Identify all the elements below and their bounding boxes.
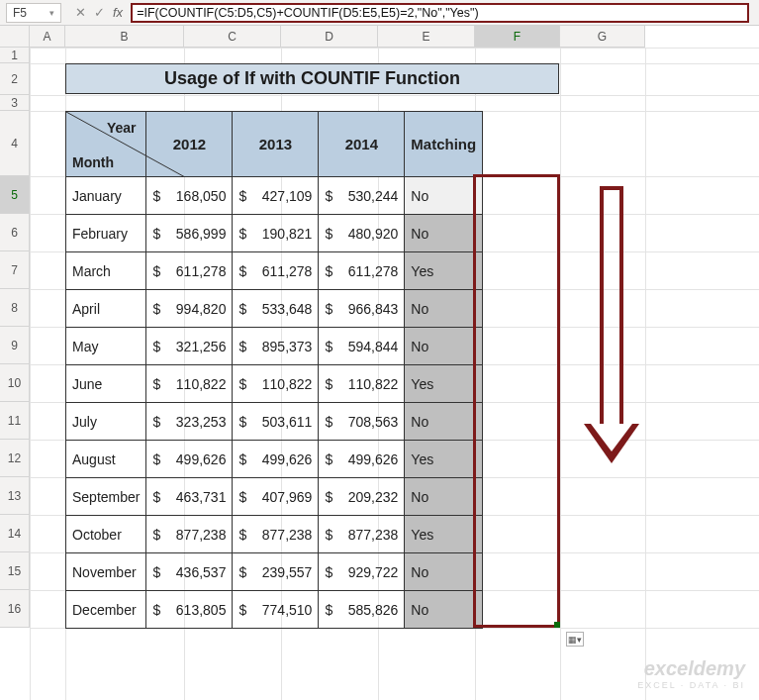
cell-matching[interactable]: Yes	[405, 516, 483, 553]
cell-matching[interactable]: Yes	[405, 252, 483, 290]
cell-value[interactable]: $ 966,843	[319, 290, 405, 328]
cell-value[interactable]: $ 436,537	[146, 553, 233, 591]
column-header-F[interactable]: F	[475, 26, 560, 48]
cell-value[interactable]: $ 407,969	[233, 478, 319, 516]
cell-value[interactable]: $ 323,253	[146, 403, 233, 441]
fx-icon[interactable]: fx	[113, 5, 123, 20]
cell-month[interactable]: January	[66, 177, 146, 215]
cell-value[interactable]: $ 190,821	[233, 215, 319, 252]
cell-value[interactable]: $ 585,826	[319, 591, 405, 629]
autofill-options-button[interactable]: ▦▾	[566, 632, 584, 647]
cell-matching[interactable]: No	[405, 478, 483, 516]
row-header-6[interactable]: 6	[0, 214, 30, 251]
cell-month[interactable]: December	[66, 591, 146, 629]
cell-value[interactable]: $ 611,278	[233, 252, 319, 290]
header-month-year: YearMonth	[66, 112, 146, 177]
select-all-corner[interactable]	[0, 26, 30, 48]
row-header-2[interactable]: 2	[0, 63, 30, 95]
row-header-5[interactable]: 5	[0, 176, 30, 214]
cell-value[interactable]: $ 594,844	[319, 328, 405, 365]
cell-value[interactable]: $ 480,920	[319, 215, 405, 252]
column-header-A[interactable]: A	[30, 26, 65, 48]
cancel-icon[interactable]: ✕	[75, 5, 86, 20]
cell-value[interactable]: $ 168,050	[146, 177, 233, 215]
cell-value[interactable]: $ 533,648	[233, 290, 319, 328]
cell-month[interactable]: October	[66, 516, 146, 553]
row-header-4[interactable]: 4	[0, 111, 30, 176]
cell-value[interactable]: $ 929,722	[319, 553, 405, 591]
cell-value[interactable]: $ 774,510	[233, 591, 319, 629]
cell-matching[interactable]: No	[405, 177, 483, 215]
row-header-9[interactable]: 9	[0, 327, 30, 364]
cell-value[interactable]: $ 877,238	[319, 516, 405, 553]
name-box[interactable]: F5 ▾	[6, 3, 61, 23]
cell-month[interactable]: April	[66, 290, 146, 328]
formula-input[interactable]	[137, 6, 743, 20]
title-banner: Usage of If with COUNTIF Function	[65, 63, 559, 94]
cell-value[interactable]: $ 994,820	[146, 290, 233, 328]
row-header-3[interactable]: 3	[0, 95, 30, 111]
cell-month[interactable]: June	[66, 365, 146, 403]
cell-value[interactable]: $ 503,611	[233, 403, 319, 441]
row-header-8[interactable]: 8	[0, 289, 30, 327]
row-header-11[interactable]: 11	[0, 402, 30, 440]
cell-value[interactable]: $ 427,109	[233, 177, 319, 215]
cell-value[interactable]: $ 530,244	[319, 177, 405, 215]
cell-month[interactable]: September	[66, 478, 146, 516]
row-header-12[interactable]: 12	[0, 440, 30, 477]
header-month-label: Month	[72, 154, 114, 170]
autofill-icon: ▦▾	[568, 635, 582, 645]
cell-value[interactable]: $ 110,822	[319, 365, 405, 403]
row-header-16[interactable]: 16	[0, 590, 30, 628]
column-header-C[interactable]: C	[184, 26, 281, 48]
cell-matching[interactable]: No	[405, 215, 483, 252]
cell-matching[interactable]: No	[405, 290, 483, 328]
cell-value[interactable]: $ 209,232	[319, 478, 405, 516]
cell-value[interactable]: $ 499,626	[146, 441, 233, 478]
cells-layer[interactable]: Usage of If with COUNTIF FunctionYearMon…	[30, 48, 759, 700]
row-header-15[interactable]: 15	[0, 552, 30, 590]
cell-matching[interactable]: Yes	[405, 365, 483, 403]
cell-value[interactable]: $ 110,822	[233, 365, 319, 403]
cell-month[interactable]: July	[66, 403, 146, 441]
cell-value[interactable]: $ 877,238	[146, 516, 233, 553]
row-header-1[interactable]: 1	[0, 48, 30, 63]
enter-icon[interactable]: ✓	[94, 5, 105, 20]
cell-value[interactable]: $ 110,822	[146, 365, 233, 403]
header-y3: 2014	[319, 112, 405, 177]
row-header-14[interactable]: 14	[0, 515, 30, 552]
cell-matching[interactable]: No	[405, 328, 483, 365]
table-row: February$ 586,999$ 190,821$ 480,920No	[66, 215, 483, 252]
column-header-B[interactable]: B	[65, 26, 184, 48]
cell-month[interactable]: May	[66, 328, 146, 365]
row-header-7[interactable]: 7	[0, 251, 30, 289]
row-header-10[interactable]: 10	[0, 364, 30, 402]
cell-matching[interactable]: No	[405, 553, 483, 591]
column-header-D[interactable]: D	[281, 26, 378, 48]
cell-value[interactable]: $ 499,626	[233, 441, 319, 478]
cell-value[interactable]: $ 611,278	[146, 252, 233, 290]
column-header-E[interactable]: E	[378, 26, 475, 48]
cell-month[interactable]: February	[66, 215, 146, 252]
cell-value[interactable]: $ 613,805	[146, 591, 233, 629]
cell-matching[interactable]: Yes	[405, 441, 483, 478]
column-header-G[interactable]: G	[560, 26, 645, 48]
cell-matching[interactable]: No	[405, 403, 483, 441]
name-box-value: F5	[13, 6, 27, 20]
cell-value[interactable]: $ 877,238	[233, 516, 319, 553]
cell-matching[interactable]: No	[405, 591, 483, 629]
cell-value[interactable]: $ 895,373	[233, 328, 319, 365]
cell-value[interactable]: $ 239,557	[233, 553, 319, 591]
name-box-dropdown-icon[interactable]: ▾	[49, 8, 54, 18]
cell-month[interactable]: August	[66, 441, 146, 478]
table-row: March$ 611,278$ 611,278$ 611,278Yes	[66, 252, 483, 290]
cell-value[interactable]: $ 321,256	[146, 328, 233, 365]
cell-month[interactable]: November	[66, 553, 146, 591]
cell-value[interactable]: $ 463,731	[146, 478, 233, 516]
cell-month[interactable]: March	[66, 252, 146, 290]
cell-value[interactable]: $ 499,626	[319, 441, 405, 478]
cell-value[interactable]: $ 586,999	[146, 215, 233, 252]
cell-value[interactable]: $ 708,563	[319, 403, 405, 441]
row-header-13[interactable]: 13	[0, 477, 30, 515]
cell-value[interactable]: $ 611,278	[319, 252, 405, 290]
